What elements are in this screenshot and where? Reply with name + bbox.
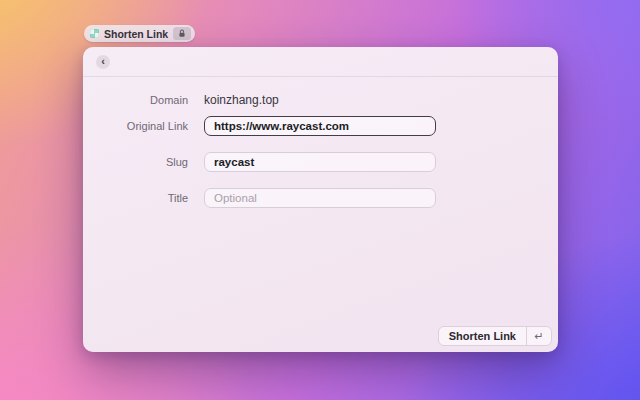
shorten-link-button[interactable]: Shorten Link ↵ — [438, 326, 552, 346]
raycast-window: ‹ Domain koinzhang.top Original Link Slu… — [83, 47, 558, 352]
title-input[interactable] — [204, 188, 436, 208]
desktop: { "launcher_pill": { "label": "Shorten L… — [0, 0, 640, 400]
lock-badge — [173, 27, 191, 40]
slug-label: Slug — [83, 156, 188, 168]
command-pill-label: Shorten Link — [104, 28, 168, 40]
command-pill[interactable]: Shorten Link — [84, 25, 195, 42]
domain-value: koinzhang.top — [204, 93, 279, 107]
back-button[interactable]: ‹ — [96, 55, 110, 69]
slug-input[interactable] — [204, 152, 436, 172]
form-row-original-link: Original Link — [83, 116, 558, 136]
enter-key-icon: ↵ — [526, 327, 551, 345]
form-row-domain: Domain koinzhang.top — [83, 90, 558, 110]
window-header: ‹ — [83, 47, 558, 77]
original-link-label: Original Link — [83, 120, 188, 132]
chevron-left-icon: ‹ — [101, 56, 105, 67]
title-label: Title — [83, 192, 188, 204]
domain-label: Domain — [83, 94, 188, 106]
lock-icon — [178, 29, 186, 38]
shorten-link-button-label: Shorten Link — [439, 327, 526, 345]
shorten-link-form: Domain koinzhang.top Original Link Slug … — [83, 77, 558, 208]
form-row-slug: Slug — [83, 152, 558, 172]
original-link-input[interactable] — [204, 116, 436, 136]
form-row-title: Title — [83, 188, 558, 208]
extension-icon — [90, 29, 99, 38]
